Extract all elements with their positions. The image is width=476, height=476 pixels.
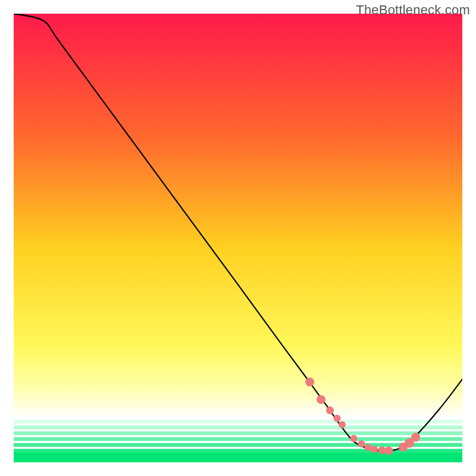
gradient-background [14, 14, 462, 462]
chart-stage: TheBottleneck.com [0, 0, 476, 476]
valley-marker [339, 421, 346, 428]
svg-rect-4 [14, 443, 462, 447]
svg-rect-1 [14, 425, 462, 429]
valley-marker [334, 415, 341, 422]
green-bottom [14, 452, 462, 462]
svg-rect-3 [14, 437, 462, 441]
valley-marker [326, 406, 334, 414]
svg-rect-0 [14, 419, 462, 423]
valley-marker [317, 395, 325, 404]
plot-area [14, 14, 462, 462]
valley-marker [358, 440, 365, 447]
svg-rect-2 [14, 431, 462, 435]
plot-svg [14, 14, 462, 462]
watermark-text: TheBottleneck.com [356, 2, 470, 18]
valley-marker [384, 446, 393, 455]
valley-marker [305, 378, 314, 387]
valley-marker [350, 435, 358, 442]
valley-marker [365, 444, 372, 451]
valley-marker [371, 446, 378, 453]
valley-marker [411, 433, 420, 441]
